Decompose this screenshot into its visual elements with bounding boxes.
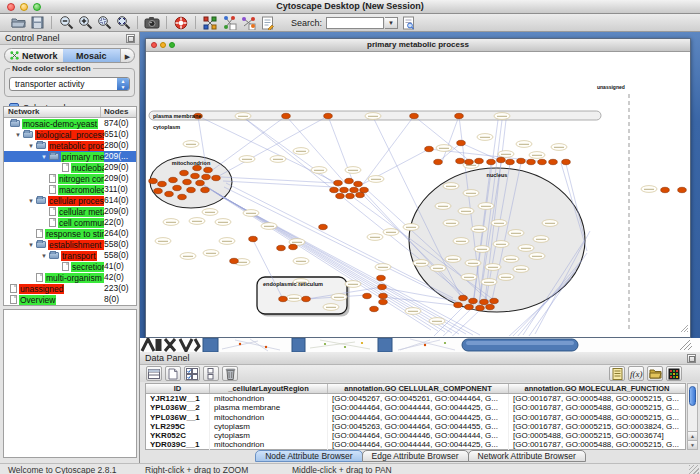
- zoom-selected-button[interactable]: [95, 15, 113, 31]
- gene-node[interactable]: [549, 159, 558, 164]
- gene-node[interactable]: [173, 185, 182, 190]
- gene-node[interactable]: [330, 187, 339, 192]
- gene-node[interactable]: [196, 180, 205, 185]
- gene-node[interactable]: [480, 299, 489, 304]
- tab-edge-attribute-browser[interactable]: Edge Attribute Browser: [362, 450, 469, 462]
- gene-node[interactable]: [455, 113, 464, 118]
- gene-node[interactable]: [191, 173, 200, 178]
- gene-node[interactable]: [475, 158, 484, 163]
- gene-node[interactable]: [487, 159, 496, 164]
- birds-eye-view[interactable]: [3, 309, 137, 458]
- window-titlebar[interactable]: Cytoscape Desktop (New Session): [0, 0, 700, 14]
- gene-node[interactable]: [517, 158, 526, 163]
- tree-row[interactable]: ▼primary metabo209(...: [4, 151, 136, 162]
- tree-row[interactable]: mosaic-demo-yeast874(0): [4, 118, 136, 129]
- gene-node[interactable]: [562, 159, 571, 164]
- gene-node[interactable]: [282, 113, 291, 118]
- gene-node[interactable]: [457, 140, 466, 145]
- gene-node[interactable]: [149, 178, 158, 183]
- gene-node[interactable]: [183, 179, 192, 184]
- expander-icon[interactable]: ▼: [13, 132, 23, 138]
- tab-node-attribute-browser[interactable]: Node Attribute Browser: [255, 450, 362, 462]
- expander-icon[interactable]: ▼: [39, 154, 49, 160]
- table-row[interactable]: YLR295Ccytoplasm[GO:0045263, GO:0044464,…: [146, 422, 685, 431]
- gene-node[interactable]: [336, 193, 345, 198]
- gene-node[interactable]: [319, 224, 328, 229]
- gene-node[interactable]: [249, 236, 258, 241]
- gene-node[interactable]: [154, 188, 163, 193]
- tree-row[interactable]: secretion41(0): [4, 261, 136, 272]
- tree-row[interactable]: cell communicat22(0): [4, 217, 136, 228]
- scrollbar-thumb[interactable]: [689, 386, 696, 406]
- gene-node[interactable]: [340, 187, 349, 192]
- network-graph[interactable]: plasma membranecytoplasmmitochondrionnuc…: [148, 53, 689, 336]
- tree-row[interactable]: macromolecule311(0): [4, 184, 136, 195]
- gene-node[interactable]: [346, 193, 355, 198]
- attribute-notes-button[interactable]: [609, 366, 625, 381]
- tree-row[interactable]: cellular metabo209(0): [4, 206, 136, 217]
- gene-node[interactable]: [169, 177, 178, 182]
- gene-node[interactable]: [465, 304, 474, 309]
- gene-node[interactable]: [212, 175, 221, 180]
- edge[interactable]: [217, 116, 328, 177]
- gene-node[interactable]: [469, 298, 478, 303]
- edge[interactable]: [414, 116, 471, 162]
- gene-node[interactable]: [354, 181, 363, 186]
- save-session-button[interactable]: [28, 15, 46, 31]
- edge[interactable]: [442, 116, 459, 162]
- layout-tool-button[interactable]: [220, 15, 238, 31]
- scroll-up-arrow[interactable]: ▲: [688, 431, 697, 440]
- gene-node[interactable]: [379, 293, 388, 298]
- gene-node[interactable]: [506, 159, 515, 164]
- float-panel-icon[interactable]: [687, 354, 696, 363]
- tree-row[interactable]: response to stimulu264(0): [4, 228, 136, 239]
- float-panel-icon[interactable]: [126, 34, 135, 43]
- gene-node[interactable]: [661, 187, 670, 192]
- gene-node[interactable]: [490, 298, 499, 303]
- help-button[interactable]: [172, 15, 190, 31]
- gene-node[interactable]: [180, 170, 189, 175]
- table-row[interactable]: YPL036W__2plasma membrane[GO:0044464, GO…: [146, 403, 685, 412]
- expander-icon[interactable]: ▼: [39, 253, 49, 259]
- gene-node[interactable]: [356, 192, 365, 197]
- gene-node[interactable]: [158, 181, 167, 186]
- gene-node[interactable]: [201, 187, 210, 192]
- gene-node[interactable]: [425, 146, 434, 151]
- snapshot-button[interactable]: [143, 15, 161, 31]
- gene-node[interactable]: [350, 187, 359, 192]
- gene-node[interactable]: [360, 187, 369, 192]
- search-config-button[interactable]: [399, 15, 417, 31]
- zoom-in-button[interactable]: [76, 15, 94, 31]
- layout-tool-2-button[interactable]: [239, 15, 257, 31]
- equation-builder-button[interactable]: f(x): [628, 366, 644, 381]
- color-attribute-dropdown[interactable]: transporter activity ▲▼: [9, 77, 130, 91]
- column-header[interactable]: annotation.GO MOLECULAR_FUNCTION: [509, 384, 685, 393]
- window-resize-grip[interactable]: [689, 465, 699, 474]
- gene-node[interactable]: [465, 159, 474, 164]
- edge[interactable]: [363, 116, 414, 184]
- gene-node[interactable]: [289, 244, 298, 249]
- gene-node[interactable]: [486, 304, 495, 309]
- tree-row[interactable]: nitrogen compo209(0): [4, 173, 136, 184]
- tree-row[interactable]: nucleobase-209(0): [4, 162, 136, 173]
- table-row[interactable]: YDR039C__1mitochondrion[GO:0044464, GO:0…: [146, 440, 685, 449]
- gene-node[interactable]: [377, 275, 386, 280]
- column-header[interactable]: ID: [146, 384, 210, 393]
- tree-row[interactable]: ▼biological_process651(0): [4, 129, 136, 140]
- gene-node[interactable]: [302, 296, 311, 301]
- gene-node[interactable]: [370, 306, 379, 311]
- gene-node[interactable]: [410, 113, 419, 118]
- gene-node[interactable]: [527, 159, 536, 164]
- gene-node[interactable]: [204, 167, 213, 172]
- scroll-down-arrow[interactable]: ▼: [688, 440, 697, 449]
- unselect-attributes-button[interactable]: [203, 366, 219, 381]
- gene-node[interactable]: [324, 113, 333, 118]
- gene-node[interactable]: [230, 258, 239, 263]
- tab-mosaic[interactable]: Mosaic: [63, 49, 121, 62]
- tabs-overflow-arrow[interactable]: ▶: [120, 49, 134, 62]
- network-window-titlebar[interactable]: primary metabolic process: [146, 39, 690, 52]
- table-row[interactable]: YJR121W__1mitochondrion[GO:0045267, GO:0…: [146, 394, 685, 403]
- gene-node[interactable]: [279, 296, 288, 301]
- tree-col-nodes[interactable]: Nodes: [101, 107, 136, 117]
- canvas-resize-grip[interactable]: [681, 325, 688, 332]
